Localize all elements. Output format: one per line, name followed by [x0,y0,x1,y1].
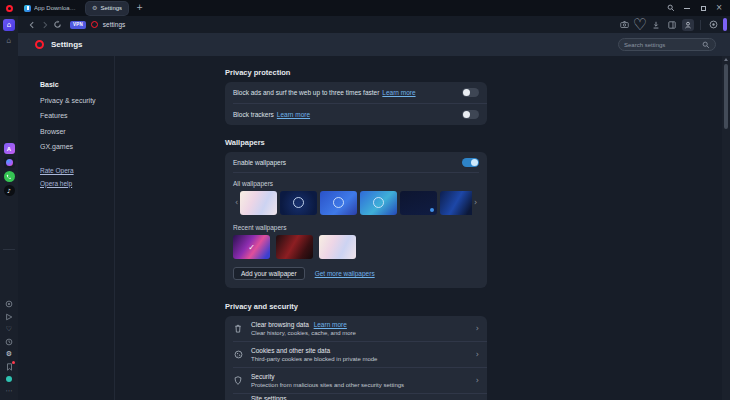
sidebar-more-button[interactable]: ⋯ [5,387,14,396]
block-ads-label: Block ads and surf the web up to three t… [233,89,379,96]
minimize-button[interactable] [680,1,694,15]
carousel-right-icon[interactable]: › [472,199,479,207]
wallpaper-thumbnail[interactable] [360,191,397,215]
search-icon [702,41,710,49]
privacy-security-card: Clear browsing data Learn more Clear his… [225,316,487,400]
aria-ai-icon[interactable]: A [4,143,15,154]
row-subtitle: Clear history, cookies, cache, and more [251,329,472,337]
settings-page: Settings Basic Privacy & security Featur… [18,33,730,400]
profile-button[interactable] [682,19,694,31]
block-ads-row: Block ads and surf the web up to three t… [225,82,487,103]
section-heading-wallpapers: Wallpapers [225,138,487,147]
nav-item-features[interactable]: Features [40,112,114,119]
learn-more-link[interactable]: Learn more [314,321,347,328]
add-wallpaper-button[interactable]: Add your wallpaper [233,267,305,280]
scrollbar-up-arrow[interactable] [724,58,728,61]
gear-icon: ⚙ [92,5,97,11]
learn-more-link[interactable]: Learn more [277,111,310,118]
vpn-badge[interactable]: VPN [70,21,86,29]
clear-browsing-data-row[interactable]: Clear browsing data Learn more Clear his… [225,316,487,341]
flow-send-icon[interactable] [5,312,14,321]
browser-toolbar: VPN settings ♡ [18,16,730,33]
cookies-row[interactable]: Cookies and other site data Third-party … [225,342,487,367]
nav-item-basic[interactable]: Basic [40,81,114,88]
history-icon[interactable] [5,337,14,346]
enable-wallpapers-row: Enable wallpapers [233,152,479,172]
toolbar-divider [700,20,701,30]
tab-settings[interactable]: ⚙ Settings [86,2,128,15]
back-button[interactable] [25,18,38,31]
close-button[interactable]: × [712,1,726,15]
workspace-home-button[interactable]: ⌂ [3,19,15,31]
new-tab-button[interactable]: + [134,3,145,14]
security-row[interactable]: Security Protection from malicious sites… [225,368,487,393]
site-settings-row[interactable]: Site settings Controls what information … [225,394,487,400]
enable-wallpapers-label: Enable wallpapers [233,159,286,166]
wallpaper-thumbnail[interactable] [440,191,472,215]
block-trackers-row: Block trackers Learn more [225,104,487,125]
all-wallpapers-label: All wallpapers [233,180,479,187]
row-title: Cookies and other site data [251,347,472,355]
wallpaper-thumbnail-selected[interactable]: ✓ [233,235,270,259]
whatsapp-icon[interactable] [4,171,15,182]
chevron-right-icon: › [476,376,479,385]
opera-help-link[interactable]: Opera help [40,180,114,187]
scrollbar-thumb[interactable] [724,64,728,129]
opera-logo-icon [6,5,13,12]
check-icon: ✓ [233,235,270,259]
snapshot-camera-icon[interactable] [618,19,630,31]
settings-gear-icon[interactable]: ⚙ [5,350,14,359]
get-more-wallpapers-link[interactable]: Get more wallpapers [315,270,375,277]
sidebar-panel-indicator[interactable] [723,18,727,31]
opera-menu-button[interactable] [0,0,18,16]
reload-button[interactable] [51,18,64,31]
settings-search-box[interactable] [618,38,716,51]
messenger-icon[interactable] [4,157,15,168]
status-indicator[interactable] [5,375,14,384]
wallpaper-thumbnail[interactable] [320,191,357,215]
maximize-button[interactable] [696,1,710,15]
privacy-protection-card: Block ads and surf the web up to three t… [225,82,487,125]
cookie-icon [233,350,243,360]
page-title: Settings [51,40,83,49]
learn-more-link[interactable]: Learn more [382,89,415,96]
forward-button[interactable] [38,18,51,31]
block-trackers-label: Block trackers [233,111,274,118]
player-icon[interactable] [5,300,14,309]
page-scrollbar[interactable] [722,56,730,400]
easy-setup-icon[interactable] [707,19,719,31]
recent-wallpapers-label: Recent wallpapers [233,224,479,231]
enable-wallpapers-toggle[interactable] [462,158,479,167]
row-subtitle: Third-party cookies are blocked in priva… [251,355,472,363]
opera-logo-icon [35,40,44,49]
tab-app-downloads[interactable]: App Downloads for Wind [18,2,84,15]
settings-scroll-area[interactable]: Privacy protection Block ads and surf th… [115,56,730,400]
wallpaper-thumbnail[interactable] [280,191,317,215]
extensions-panel-icon[interactable] [666,19,678,31]
nav-item-browser[interactable]: Browser [40,128,114,135]
main-area: VPN settings ♡ [18,16,730,400]
block-ads-toggle[interactable] [462,88,479,97]
wallpaper-thumbnail[interactable] [319,235,356,259]
nav-item-privacy-security[interactable]: Privacy & security [40,97,114,104]
tiktok-icon[interactable]: ♪ [4,185,15,196]
carousel-left-icon[interactable]: ‹ [233,199,240,207]
settings-search-input[interactable] [624,42,702,48]
wallpaper-thumbnail[interactable] [276,235,313,259]
opera-browser-window: App Downloads for Wind ⚙ Settings + × ⌂ … [0,0,730,400]
rate-opera-link[interactable]: Rate Opera [40,167,114,174]
downloads-icon[interactable] [650,19,662,31]
workspace-secondary-button[interactable]: ⌂ [6,36,11,46]
recent-wallpapers-row: ✓ [233,235,479,259]
shield-icon [233,376,243,386]
block-trackers-toggle[interactable] [462,110,479,119]
pinboard-icon[interactable] [5,362,14,371]
wallpaper-thumbnail[interactable] [400,191,437,215]
favorites-heart-icon[interactable]: ♡ [634,19,646,31]
download-favicon [24,5,31,12]
tab-search-icon[interactable] [664,1,678,15]
nav-item-gx-games[interactable]: GX.games [40,143,114,150]
bookmarks-heart-icon[interactable]: ♡ [5,325,14,334]
wallpaper-thumbnail[interactable] [240,191,277,215]
address-bar-url[interactable]: settings [103,21,125,28]
